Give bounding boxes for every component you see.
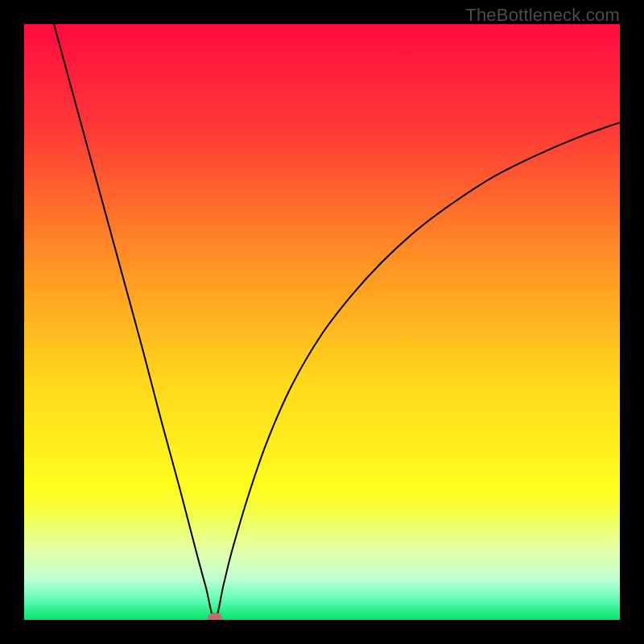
curve-layer [24, 24, 620, 620]
watermark-text: TheBottleneck.com [465, 5, 620, 26]
min-point-marker [208, 613, 222, 620]
plot-area [24, 24, 620, 620]
chart-frame: TheBottleneck.com [0, 0, 644, 644]
bottleneck-curve [54, 24, 620, 620]
